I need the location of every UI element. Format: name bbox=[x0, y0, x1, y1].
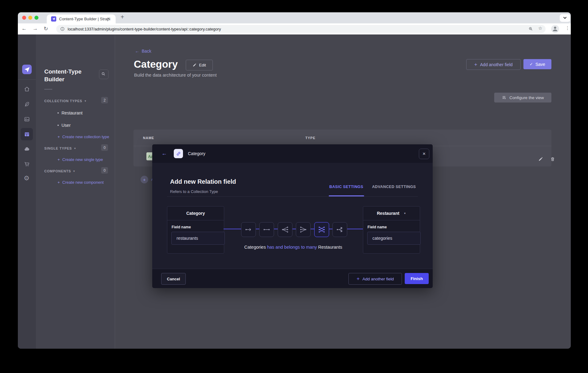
sidebar-item-restaurant[interactable]: Restaurant bbox=[58, 110, 82, 115]
reload-icon[interactable]: ↻ bbox=[44, 26, 48, 32]
zoom-icon[interactable] bbox=[528, 26, 533, 31]
screen: Content-Type Builder | Strapi × + ← → ↻ … bbox=[0, 0, 588, 373]
plus-icon: + bbox=[474, 62, 477, 68]
section-components[interactable]: COMPONENTS▼ bbox=[44, 168, 75, 174]
marketplace-cart-icon[interactable] bbox=[24, 161, 30, 167]
edit-field-icon[interactable] bbox=[538, 157, 543, 162]
modal-title: Add new Relation field bbox=[170, 178, 236, 185]
relation-sentence: Categories has and belongs to many Resta… bbox=[224, 245, 363, 250]
strapi-logo[interactable] bbox=[22, 65, 32, 74]
window-close-button[interactable] bbox=[22, 16, 26, 20]
create-component-link[interactable]: +Create new component bbox=[58, 180, 104, 185]
relation-one-to-many-button[interactable] bbox=[278, 222, 292, 237]
page-subtitle: Build the data architecture of your cont… bbox=[134, 73, 217, 78]
strapi-admin: ⚙ KD Content-Type Builder COLLECTION TYP… bbox=[18, 34, 571, 349]
site-info-icon[interactable] bbox=[60, 26, 65, 31]
relation-modal: ← Category × Add new Relation field Refe… bbox=[152, 144, 433, 288]
target-field-name-input[interactable] bbox=[367, 232, 421, 245]
media-library-icon[interactable] bbox=[24, 116, 30, 122]
window-minimize-button[interactable] bbox=[28, 16, 32, 20]
browser-toolbar: ← → ↻ localhost:1337/admin/plugins/conte… bbox=[18, 23, 571, 34]
sidebar-item-user[interactable]: User bbox=[58, 123, 71, 128]
section-single-types[interactable]: SINGLE TYPES▼ bbox=[44, 145, 76, 151]
source-card-title: Category bbox=[167, 207, 224, 220]
modal-add-another-field-button[interactable]: + Add another field bbox=[348, 273, 402, 285]
configure-list-icon bbox=[502, 95, 507, 100]
check-icon: ✓ bbox=[530, 62, 533, 66]
column-header-type: TYPE bbox=[305, 136, 316, 140]
cancel-button[interactable]: Cancel bbox=[161, 273, 186, 285]
collection-types-count: 2 bbox=[101, 97, 108, 103]
tab-title: Content-Type Builder | Strapi bbox=[59, 17, 110, 21]
bullet-icon bbox=[58, 112, 59, 114]
page-title: Category bbox=[134, 58, 178, 70]
relation-source-card: Category Field name bbox=[167, 206, 224, 254]
tab-close-icon[interactable]: × bbox=[107, 16, 109, 21]
plus-icon: + bbox=[58, 180, 60, 185]
back-link[interactable]: ← Back bbox=[135, 49, 151, 54]
rail-divider bbox=[18, 79, 36, 80]
chevron-down-icon: ▼ bbox=[74, 147, 76, 150]
relation-link-icon bbox=[174, 149, 183, 158]
close-icon: × bbox=[423, 151, 426, 157]
bookmark-star-icon[interactable]: ☆ bbox=[538, 26, 542, 31]
relation-one-way-button[interactable] bbox=[241, 222, 256, 237]
forward-nav-icon[interactable]: → bbox=[33, 26, 38, 32]
search-button[interactable] bbox=[99, 70, 109, 79]
address-bar[interactable]: localhost:1337/admin/plugins/content-typ… bbox=[56, 25, 546, 33]
modal-divider bbox=[167, 196, 418, 197]
plugin-title: Content-Type Builder bbox=[44, 68, 97, 83]
chevron-down-icon: ▼ bbox=[73, 170, 75, 173]
add-another-field-header-button[interactable]: + Add another field bbox=[466, 59, 521, 70]
tab-search-chevron-button[interactable] bbox=[560, 14, 570, 22]
settings-gear-icon[interactable]: ⚙ bbox=[24, 175, 30, 182]
relation-many-to-one-button[interactable] bbox=[296, 222, 311, 237]
relation-many-way-button[interactable] bbox=[332, 222, 347, 237]
components-count: 0 bbox=[101, 167, 108, 174]
modal-subtitle: Refers to a Collection Type bbox=[170, 189, 218, 194]
configure-view-button[interactable]: Configure the view bbox=[494, 93, 551, 102]
back-nav-icon[interactable]: ← bbox=[22, 26, 27, 32]
pencil-icon bbox=[193, 63, 197, 67]
edit-button[interactable]: Edit bbox=[186, 60, 213, 70]
source-field-label: Field name bbox=[172, 225, 191, 229]
create-collection-type-link[interactable]: +Create new collection type bbox=[58, 134, 109, 139]
browser-menu-icon[interactable]: ⋮ bbox=[565, 25, 570, 31]
modal-header: ← Category × bbox=[152, 144, 433, 163]
column-header-name: NAME bbox=[143, 136, 154, 140]
create-single-type-link[interactable]: +Create new single type bbox=[58, 157, 103, 162]
delete-field-icon[interactable] bbox=[550, 157, 555, 162]
relation-many-to-many-button[interactable] bbox=[314, 222, 329, 237]
save-button[interactable]: ✓ Save bbox=[523, 59, 551, 69]
relation-one-to-one-button[interactable] bbox=[259, 222, 274, 237]
modal-breadcrumb: Category bbox=[188, 151, 205, 156]
tab-advanced-settings[interactable]: ADVANCED SETTINGS bbox=[371, 185, 417, 189]
content-manager-icon[interactable] bbox=[24, 101, 30, 107]
modal-close-button[interactable]: × bbox=[419, 149, 429, 159]
content-type-builder-icon bbox=[24, 131, 30, 138]
new-tab-button[interactable]: + bbox=[121, 14, 124, 21]
content-type-builder-nav-active[interactable] bbox=[21, 128, 33, 140]
modal-footer: Cancel + Add another field Finish bbox=[152, 269, 433, 288]
tab-basic-settings[interactable]: BASIC SETTINGS bbox=[328, 185, 365, 189]
modal-back-icon[interactable]: ← bbox=[161, 150, 167, 157]
add-field-circle-button[interactable]: + bbox=[141, 176, 148, 183]
plus-icon: + bbox=[58, 157, 60, 162]
window-zoom-button[interactable] bbox=[34, 16, 38, 20]
plugin-sidebar: Content-Type Builder COLLECTION TYPES▼ 2… bbox=[36, 34, 115, 349]
relation-target-card: Restaurant▼ Field name bbox=[363, 206, 420, 254]
browser-tab[interactable]: Content-Type Builder | Strapi × bbox=[47, 14, 116, 23]
finish-button[interactable]: Finish bbox=[405, 273, 429, 284]
browser-avatar[interactable] bbox=[551, 25, 559, 33]
strapi-favicon bbox=[51, 16, 56, 22]
source-field-name-input[interactable] bbox=[171, 232, 225, 245]
section-collection-types[interactable]: COLLECTION TYPES▼ bbox=[44, 98, 86, 103]
home-icon[interactable] bbox=[24, 86, 30, 92]
target-collection-dropdown[interactable]: Restaurant▼ bbox=[363, 207, 420, 220]
target-field-label: Field name bbox=[368, 225, 387, 229]
nav-rail: ⚙ KD bbox=[18, 34, 36, 349]
chevron-down-icon: ▼ bbox=[404, 212, 406, 215]
browser-window: Content-Type Builder | Strapi × + ← → ↻ … bbox=[18, 12, 571, 349]
cloud-icon[interactable] bbox=[24, 146, 30, 152]
plus-icon: + bbox=[58, 134, 60, 139]
